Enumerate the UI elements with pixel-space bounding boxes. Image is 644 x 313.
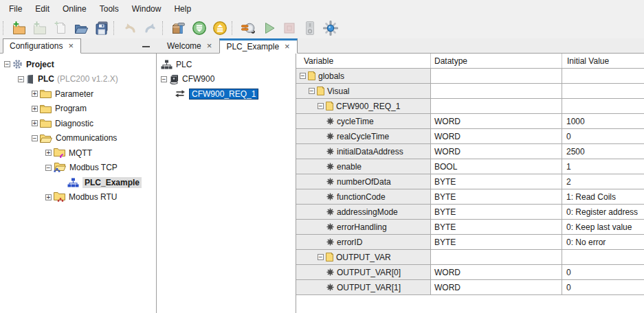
datatype-cell[interactable]	[431, 69, 562, 83]
tree-item-communications[interactable]: −Communications	[0, 131, 156, 146]
datatype-cell[interactable]: WORD	[431, 265, 562, 279]
tree-item-modbus-tcp[interactable]: −Modbus TCP	[0, 161, 156, 176]
initial-value-cell[interactable]	[562, 99, 644, 113]
menu-item-window[interactable]: Window	[126, 1, 168, 16]
table-row-numberofdata[interactable]: numberOfDataBYTE2	[296, 174, 644, 189]
tree-item-parameter[interactable]: +Parameter	[0, 86, 156, 102]
menu-item-help[interactable]: Help	[168, 1, 198, 16]
initial-value-cell[interactable]: 0: Register address	[562, 205, 644, 219]
initial-value-cell[interactable]: 0	[562, 265, 644, 279]
initial-value-cell[interactable]: 0: No error	[562, 235, 644, 249]
datatype-cell[interactable]	[431, 84, 562, 98]
table-row-cycletime[interactable]: cycleTimeWORD1000	[296, 114, 644, 129]
initial-value-cell[interactable]: 1: Read Coils	[562, 189, 644, 204]
expander-plus-icon[interactable]: +	[32, 106, 38, 112]
expander-plus-icon[interactable]: +	[45, 150, 52, 156]
expander-minus-icon[interactable]: −	[4, 61, 10, 67]
tree-item-project[interactable]: −Project	[0, 57, 156, 72]
tree-item-modbus-rtu[interactable]: +Modbus RTU	[0, 190, 156, 205]
initial-value-cell[interactable]	[562, 250, 644, 264]
table-row-output-var-1[interactable]: OUTPUT_VAR[1]WORD0	[296, 280, 644, 295]
tree-item-diagnostic[interactable]: +Diagnostic	[0, 116, 156, 131]
datatype-cell[interactable]: WORD	[431, 129, 562, 143]
datatype-cell[interactable]: WORD	[431, 114, 562, 128]
tab-configurations[interactable]: Configurations ×	[3, 38, 81, 54]
tree-item-cfw900-req-1[interactable]: CFW900_REQ_1	[157, 86, 296, 102]
expander-minus-icon[interactable]: −	[45, 165, 52, 171]
column-header-datatype[interactable]: Datatype	[431, 54, 562, 68]
datatype-cell[interactable]: WORD	[431, 144, 562, 159]
minimize-icon[interactable]	[142, 43, 150, 49]
datatype-cell[interactable]: BYTE	[431, 235, 562, 249]
datatype-cell[interactable]: BOOL	[431, 159, 562, 174]
expander-minus-icon[interactable]: −	[300, 73, 306, 79]
table-row-enable[interactable]: enableBOOL1	[296, 159, 644, 174]
table-row-cfw900-req-1[interactable]: −CFW900_REQ_1	[296, 99, 644, 114]
initial-value-cell[interactable]	[562, 84, 644, 98]
expander-minus-icon[interactable]: −	[161, 76, 167, 82]
expander-plus-icon[interactable]: +	[32, 91, 38, 97]
datatype-cell[interactable]: BYTE	[431, 220, 562, 234]
initial-value-cell[interactable]: 2	[562, 174, 644, 189]
menu-item-tools[interactable]: Tools	[93, 1, 126, 16]
tree-item-plc-example[interactable]: PLC_Example	[0, 175, 156, 190]
gear-icon	[12, 59, 23, 69]
table-row-globals[interactable]: −globals	[296, 69, 644, 84]
initial-value-cell[interactable]	[562, 69, 644, 83]
datatype-cell[interactable]	[431, 250, 562, 264]
table-row-visual[interactable]: −Visual	[296, 84, 644, 99]
tab-welcome[interactable]: Welcome×	[160, 38, 219, 54]
download-button[interactable]	[189, 19, 210, 38]
initial-value-cell[interactable]: 0	[562, 129, 644, 143]
close-icon[interactable]: ×	[67, 43, 74, 49]
build-button[interactable]	[168, 19, 189, 38]
datatype-cell[interactable]: BYTE	[431, 174, 562, 189]
save-all-button[interactable]	[91, 19, 112, 38]
column-header-initial-value[interactable]: Initial Value	[562, 54, 644, 68]
tree-item-plc[interactable]: PLC	[157, 57, 296, 72]
menu-item-online[interactable]: Online	[56, 1, 93, 16]
initial-value-cell[interactable]: 0	[562, 280, 644, 294]
expander-minus-icon[interactable]: −	[18, 76, 24, 82]
initial-value-cell[interactable]: 1000	[562, 114, 644, 128]
drive-icon	[169, 74, 179, 84]
new-project-button[interactable]	[9, 19, 30, 38]
table-row-realcycletime[interactable]: realCycleTimeWORD0	[296, 129, 644, 144]
connect-button[interactable]	[238, 19, 258, 38]
motion-button[interactable]	[320, 19, 341, 38]
tree-item-mqtt[interactable]: +MQTT	[0, 146, 156, 161]
datatype-cell[interactable]: WORD	[431, 280, 562, 294]
table-row-initialdataaddress[interactable]: initialDataAddressWORD2500	[296, 144, 644, 159]
datatype-cell[interactable]	[431, 99, 562, 113]
expander-minus-icon[interactable]: −	[318, 254, 324, 260]
table-row-errorid[interactable]: errorIDBYTE0: No error	[296, 235, 644, 250]
tree-item-plc[interactable]: −PLC(PLC200 v1.2.X)	[0, 72, 156, 87]
open-project-button[interactable]	[71, 19, 91, 38]
initial-value-cell[interactable]: 1	[562, 159, 644, 174]
expander-plus-icon[interactable]: +	[45, 194, 52, 200]
datatype-cell[interactable]: BYTE	[431, 205, 562, 219]
table-row-addressingmode[interactable]: addressingModeBYTE0: Register address	[296, 205, 644, 220]
table-row-output-var[interactable]: −OUTPUT_VAR	[296, 250, 644, 265]
tree-item-program[interactable]: +Program	[0, 102, 156, 117]
initial-value-cell[interactable]: 0: Keep last value	[562, 220, 644, 234]
column-header-variable[interactable]: Variable	[296, 54, 431, 68]
datatype-cell[interactable]: BYTE	[431, 189, 562, 204]
menu-item-file[interactable]: File	[3, 1, 29, 16]
close-icon[interactable]: ×	[284, 43, 291, 50]
table-row-functioncode[interactable]: functionCodeBYTE1: Read Coils	[296, 189, 644, 205]
initial-value-cell[interactable]: 2500	[562, 144, 644, 159]
card-folder-icon	[308, 71, 315, 80]
tree-item-cfw900[interactable]: −CFW900	[157, 72, 296, 87]
menu-item-edit[interactable]: Edit	[29, 1, 56, 16]
upload-button[interactable]	[210, 19, 230, 38]
table-row-errorhandling[interactable]: errorHandlingBYTE0: Keep last value	[296, 220, 644, 235]
expander-minus-icon[interactable]: −	[318, 103, 324, 109]
table-row-output-var-0[interactable]: OUTPUT_VAR[0]WORD0	[296, 265, 644, 280]
close-icon[interactable]: ×	[206, 43, 213, 49]
expander-plus-icon[interactable]: +	[32, 120, 38, 126]
expander-minus-icon[interactable]: −	[309, 88, 315, 94]
tab-plc-example[interactable]: PLC_Example×	[219, 38, 297, 54]
run-button[interactable]	[258, 19, 279, 38]
expander-minus-icon[interactable]: −	[32, 135, 38, 141]
